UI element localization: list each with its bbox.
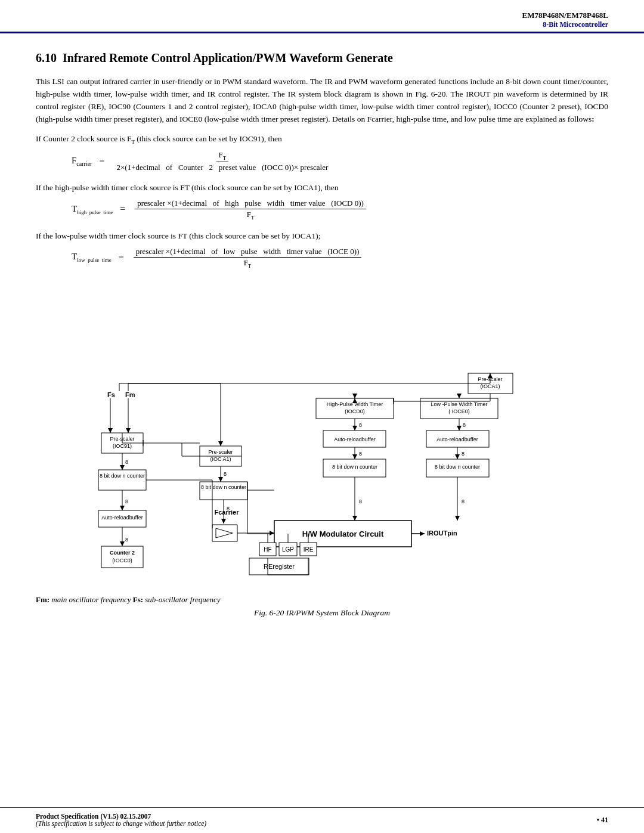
page-footer: Product Specification (V1.5) 02.15.2007 … [0, 807, 644, 833]
svg-marker-6 [120, 465, 125, 470]
svg-text:8: 8 [359, 422, 362, 428]
svg-marker-28 [270, 531, 274, 535]
svg-text:Pre-scaler: Pre-scaler [208, 449, 233, 455]
svg-marker-61 [352, 426, 357, 431]
svg-marker-2 [108, 428, 113, 433]
svg-marker-65 [352, 454, 357, 459]
svg-text:8: 8 [224, 471, 227, 477]
svg-text:IRE: IRE [304, 546, 314, 553]
formula-3-lhs: Tlow pulse time [72, 252, 112, 263]
formula-1-condition: If Counter 2 clock source is FT (this cl… [36, 134, 608, 145]
svg-marker-72 [457, 426, 462, 431]
svg-marker-54 [352, 394, 357, 398]
svg-text:8: 8 [227, 506, 230, 512]
formula-3-fraction: prescaler ×(1+decimal of low pulse width… [134, 247, 362, 269]
svg-text:(IOC A1): (IOC A1) [210, 456, 231, 462]
svg-text:Auto-reloadbuffer: Auto-reloadbuffer [334, 436, 375, 442]
svg-text:8 bit  dow n counter: 8 bit dow n counter [100, 473, 145, 479]
formula-2-fraction: prescaler ×(1+decimal of high pulse widt… [135, 199, 366, 221]
svg-text:Auto-reloadbuffer: Auto-reloadbuffer [436, 436, 478, 442]
svg-text:(IOCA1): (IOCA1) [480, 383, 500, 389]
svg-text:8: 8 [359, 498, 362, 504]
svg-text:(IOCD0): (IOCD0) [345, 408, 365, 414]
svg-marker-79 [455, 516, 460, 521]
body-paragraph-1: This LSI can output infrared carrier in … [36, 76, 608, 126]
header-subtitle: 8-Bit Microcontroller [36, 20, 608, 29]
svg-marker-68 [352, 516, 357, 521]
svg-text:8 bit  dow n counter: 8 bit dow n counter [435, 464, 480, 470]
svg-text:Auto-reloadbuffer: Auto-reloadbuffer [101, 515, 143, 521]
main-content: 6.10 Infrared Remote Control Application… [0, 33, 644, 630]
svg-marker-38 [420, 531, 425, 536]
svg-text:8 bit  dow n counter: 8 bit dow n counter [201, 484, 246, 490]
formula-2-condition: If the high-pulse width timer clock sour… [36, 183, 608, 193]
formula-3-condition: If the low-pulse width timer clock sourc… [36, 231, 608, 241]
page: EM78P468N/EM78P468L 8-Bit Microcontrolle… [0, 0, 644, 833]
svg-text:(IOCC0): (IOCC0) [112, 558, 132, 563]
irout-pin-label: IROUTpin [427, 529, 457, 537]
re-register-label: REregister [264, 563, 295, 570]
svg-marker-3 [126, 428, 131, 433]
svg-text:(IOC91): (IOC91) [113, 443, 132, 449]
svg-text:8: 8 [125, 459, 128, 465]
formula-1-equals: = [99, 156, 104, 167]
svg-marker-82 [218, 441, 223, 446]
svg-text:Counter 2: Counter 2 [110, 550, 135, 556]
page-number: • 41 [597, 816, 608, 825]
footer-left: Product Specification (V1.5) 02.15.2007 … [36, 813, 206, 827]
svg-text:8: 8 [125, 537, 128, 543]
svg-text:8: 8 [125, 498, 128, 504]
formula-2-equals: = [120, 204, 125, 215]
section-title: 6.10 Infrared Remote Control Application… [36, 51, 608, 65]
ir-pwm-block-diagram: Fs Fm Pre-scaler (IOC91) 8 bit dow n cou… [89, 279, 578, 589]
svg-text:HF: HF [264, 546, 271, 553]
fig-caption: Fig. 6-20 IR/PWM System Block Diagram [36, 608, 608, 618]
fm-label: Fm [125, 391, 135, 398]
formula-1-block: If Counter 2 clock source is FT (this cl… [36, 134, 608, 172]
svg-marker-52 [457, 394, 462, 398]
svg-text:( IOCE0): ( IOCE0) [448, 408, 470, 414]
svg-marker-24 [221, 519, 226, 524]
svg-marker-13 [120, 541, 125, 546]
header-title: EM78P468N/EM78P468L [36, 11, 608, 20]
formula-2-block: If the high-pulse width timer clock sour… [36, 183, 608, 221]
svg-marker-9 [120, 506, 125, 510]
svg-text:8: 8 [463, 422, 466, 428]
formula-1-lhs: Fcarrier [72, 156, 92, 167]
diagram-container: Fs Fm Pre-scaler (IOC91) 8 bit dow n cou… [89, 279, 555, 589]
formula-3-equals: = [119, 252, 124, 263]
svg-text:8: 8 [359, 451, 362, 457]
svg-text:8: 8 [462, 498, 465, 504]
diagram-caption: Fm: main oscillator frequency Fs: sub-os… [36, 595, 608, 605]
svg-text:8 bit  dow n counter: 8 bit dow n counter [332, 464, 377, 470]
formula-2-lhs: Thigh pulse time [72, 204, 113, 215]
svg-marker-76 [455, 454, 460, 459]
formula-3-block: If the low-pulse width timer clock sourc… [36, 231, 608, 269]
svg-text:Low -Pulse Width Timer: Low -Pulse Width Timer [431, 401, 487, 407]
page-header: EM78P468N/EM78P468L 8-Bit Microcontrolle… [0, 0, 644, 33]
svg-marker-21 [218, 477, 223, 482]
hw-modulator-label: H/W Modulator Circuit [302, 529, 384, 538]
svg-text:LGP: LGP [282, 546, 294, 553]
fs-label: Fs [107, 391, 115, 398]
formula-1-fraction: FT 2×(1+decimal of Counter 2 preset valu… [114, 150, 330, 172]
svg-text:8: 8 [462, 451, 465, 457]
